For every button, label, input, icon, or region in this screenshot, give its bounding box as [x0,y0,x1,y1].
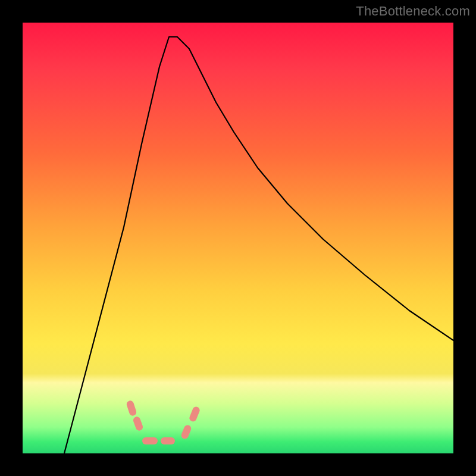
marker-bottom-2 [161,437,175,444]
watermark-text: TheBottleneck.com [356,4,470,19]
marker-left-1 [126,400,137,416]
bottleneck-curve [64,37,453,453]
plot-area [23,23,453,453]
marker-right-2 [189,406,201,423]
marker-left-2 [132,416,143,432]
marker-right-1 [180,424,192,440]
curve-layer [23,23,453,453]
marker-bottom-1 [142,437,158,444]
chart-frame: TheBottleneck.com [0,0,476,476]
